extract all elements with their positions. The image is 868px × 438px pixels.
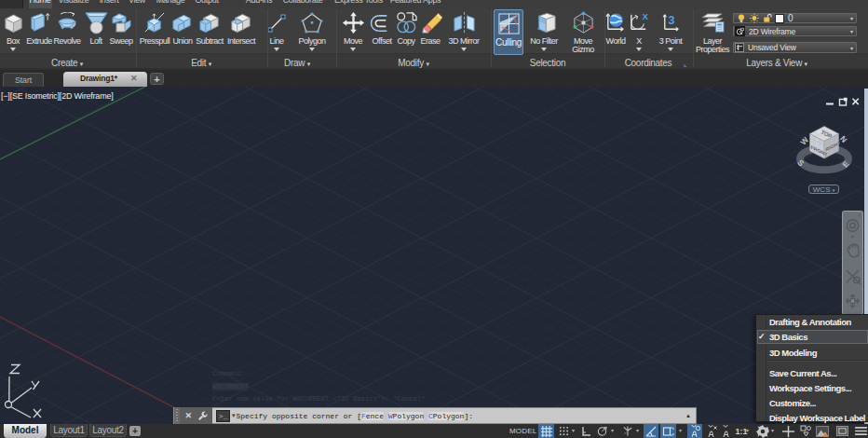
svg-text:W: W [798, 134, 810, 146]
svg-text:3: 3 [668, 14, 674, 27]
svg-text:X: X [642, 11, 648, 21]
